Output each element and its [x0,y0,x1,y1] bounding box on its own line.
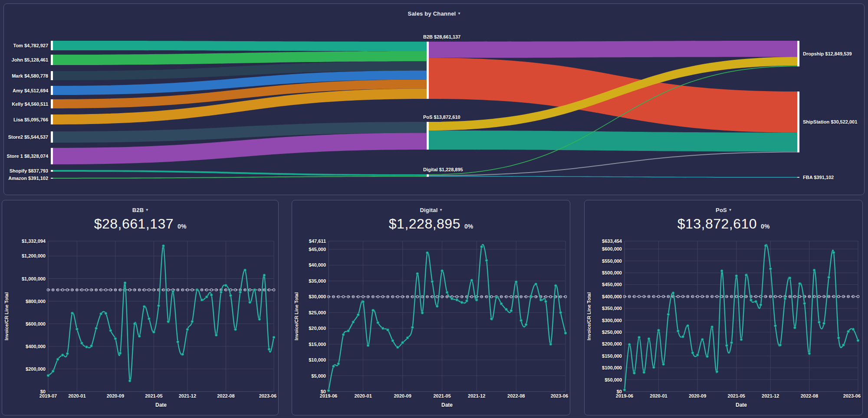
data-point[interactable] [784,297,786,300]
data-point[interactable] [52,370,54,372]
sankey-node-lisa[interactable] [51,114,53,124]
sankey-link-tom-b2b[interactable] [53,41,427,51]
chart-title-row[interactable]: B2B ▾ [2,200,278,215]
sankey-title-row[interactable]: Sales by Channel ▾ [4,4,864,19]
data-point[interactable] [61,354,64,356]
data-point[interactable] [387,329,389,331]
sankey-links[interactable] [53,41,797,179]
data-point[interactable] [500,302,503,305]
data-point[interactable] [66,352,69,355]
sankey-node-fba[interactable] [797,177,799,178]
sankey-node-store2[interactable] [51,131,53,143]
data-point[interactable] [377,321,379,324]
data-point[interactable] [244,269,247,271]
data-point[interactable] [832,251,835,254]
data-point[interactable] [559,311,562,314]
data-point[interactable] [789,277,791,279]
sankey-node-kelly[interactable] [51,99,53,108]
data-point[interactable] [357,314,359,316]
data-point[interactable] [186,328,189,331]
sankey-node-amazon[interactable] [51,178,53,179]
data-point[interactable] [85,346,88,348]
chart-title-digital[interactable]: Digital [420,207,437,213]
chart-title-row[interactable]: Digital ▾ [292,200,570,215]
data-point[interactable] [372,309,374,312]
data-point[interactable] [406,336,409,339]
data-point[interactable] [677,330,679,332]
data-point[interactable] [450,297,453,300]
data-point[interactable] [71,312,73,314]
data-point[interactable] [396,346,399,349]
data-point[interactable] [138,335,141,337]
sankey-node-dropship[interactable] [797,41,799,66]
sankey-link-digital-shipstation[interactable] [429,152,797,176]
data-point[interactable] [515,281,517,283]
data-point[interactable] [263,274,266,277]
data-point[interactable] [549,343,552,346]
data-point[interactable] [381,327,384,330]
sankey-node-pos[interactable] [427,122,429,150]
data-point[interactable] [181,353,184,356]
data-point[interactable] [152,331,155,333]
data-point[interactable] [148,317,150,320]
data-point[interactable] [730,341,733,344]
data-point[interactable] [109,329,112,332]
data-point[interactable] [687,324,689,327]
data-point[interactable] [520,319,523,322]
sankey-link-digital-fba[interactable] [429,176,797,178]
data-point[interactable] [755,300,757,303]
data-point[interactable] [779,344,782,346]
data-point[interactable] [750,299,752,301]
data-point[interactable] [172,290,174,293]
data-point[interactable] [652,366,655,369]
data-point[interactable] [706,355,709,358]
data-point[interactable] [529,295,532,297]
sankey-title[interactable]: Sales by Channel [408,10,456,17]
data-point[interactable] [229,294,232,297]
data-point[interactable] [249,301,251,304]
sankey-node-amy[interactable] [51,86,53,95]
data-point[interactable] [436,305,438,307]
data-point[interactable] [808,352,811,355]
data-point[interactable] [799,282,801,285]
data-point[interactable] [735,274,738,277]
chart-title-b2b[interactable]: B2B [132,207,144,213]
line-chart-b2b[interactable]: $0$200,000$400,000$600,000$800,000$1,000… [2,238,278,411]
data-point[interactable] [842,344,845,346]
data-point[interactable] [201,299,203,301]
data-point[interactable] [456,299,458,301]
data-point[interactable] [564,332,567,334]
data-point[interactable] [416,272,419,275]
data-point[interactable] [774,324,776,327]
data-point[interactable] [852,328,855,330]
sankey-diagram[interactable]: Tom $4,782,927John $5,128,461Mark $4,580… [4,4,864,195]
data-point[interactable] [239,291,242,294]
data-point[interactable] [847,330,850,333]
data-point[interactable] [470,279,473,281]
data-point[interactable] [56,358,59,361]
data-point[interactable] [682,335,684,338]
sankey-link-shopify-digital[interactable] [53,170,427,176]
data-point[interactable] [554,284,557,287]
data-point[interactable] [191,320,194,323]
sankey-link-amazon-digital[interactable] [53,176,427,179]
data-point[interactable] [253,289,256,291]
data-point[interactable] [234,328,237,331]
data-point[interactable] [643,371,645,374]
data-point[interactable] [725,344,728,347]
data-point[interactable] [391,340,394,342]
data-point[interactable] [505,308,508,311]
data-point[interactable] [177,340,179,343]
sankey-node-shipstation[interactable] [797,91,799,153]
data-point[interactable] [460,301,463,304]
data-point[interactable] [539,299,542,301]
data-point[interactable] [205,296,208,298]
data-point[interactable] [258,318,261,320]
sankey-link-b2b-dropship[interactable] [429,41,797,58]
data-point[interactable] [495,296,498,299]
sankey-node-store1[interactable] [51,148,53,164]
data-point[interactable] [210,294,213,296]
data-point[interactable] [818,321,820,323]
data-point[interactable] [421,312,424,314]
data-point[interactable] [475,299,478,301]
